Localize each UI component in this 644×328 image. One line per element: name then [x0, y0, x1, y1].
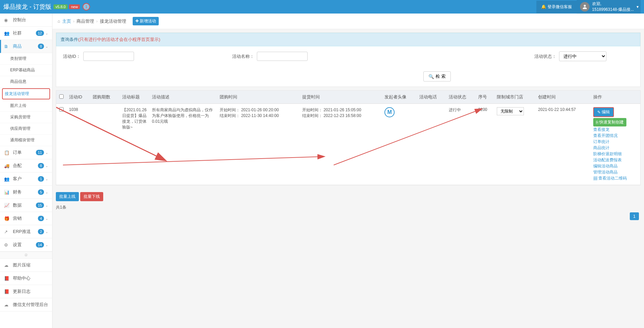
svg-point-0 [584, 5, 586, 7]
gear-icon: ⚙ [4, 242, 10, 248]
activity-name-input[interactable] [257, 52, 308, 61]
sidebar-item-community[interactable]: 👥社群12⌄ [0, 27, 52, 40]
sidebar-item-dashboard[interactable]: ◉控制台 [0, 14, 52, 27]
gift-icon: 🎁 [4, 216, 10, 221]
sidebar-item-finance[interactable]: 📊财务5⌄ [0, 186, 52, 199]
page-1[interactable]: 1 [630, 212, 639, 220]
qrcode-icon: ▦ [593, 176, 597, 181]
quick-copy-button[interactable]: ⎘快速复制创建 [593, 118, 626, 126]
row-checkbox[interactable] [59, 107, 64, 112]
sidebar-item-wxpay[interactable]: ☁微信支付管理后台 [0, 298, 52, 311]
activity-id-label: 活动ID： [63, 53, 81, 60]
sidebar: ◉控制台 👥社群12⌄ 🗎商品8⌄ 类别管理 ERP基础商品 商品信息 接龙活动… [0, 14, 52, 328]
action-link[interactable]: ▦ 查看活动二维码 [593, 175, 638, 181]
select-all-checkbox[interactable] [59, 94, 64, 99]
search-icon: 🔍 [428, 74, 434, 79]
version-badge: v5.8.0 [53, 4, 68, 9]
query-alert: 查询条件(只有进行中的活动才会在小程序首页显示) [56, 33, 640, 46]
app-title: 爆品接龙 - 订货版 [3, 3, 51, 11]
batch-online-button[interactable]: 批量上线 [56, 192, 79, 201]
sidebar-collapse[interactable]: ⦿ [0, 252, 52, 259]
activity-status-select[interactable]: 进行中 [559, 51, 606, 61]
cloud-icon: ☁ [4, 302, 10, 307]
book-icon: 📕 [4, 289, 10, 294]
dashboard-icon: ◉ [4, 18, 10, 23]
action-link[interactable]: 阶梯价退款明细 [593, 151, 638, 157]
sub-supplier[interactable]: 供应商管理 [0, 123, 52, 135]
wx-login-button[interactable]: 🔔 登录微信客服 [536, 1, 577, 13]
edit-button[interactable]: ✎ 编辑 [593, 107, 614, 117]
chevron-down-icon: ⌄ [45, 45, 48, 48]
truck-icon: 🚚 [4, 163, 10, 168]
action-link[interactable]: 商品统计 [593, 145, 638, 151]
top-header: 爆品接龙 - 订货版 v5.8.0 new 1 🔔 登录微信客服 欢迎, 151… [0, 0, 644, 14]
sidebar-item-changelog[interactable]: 📕更新日志 [0, 285, 52, 298]
chevron-down-icon: ⌄ [45, 190, 48, 194]
chevron-down-icon: ⌄ [45, 31, 48, 35]
copy-icon: ⎘ [596, 120, 598, 125]
batch-offline-button[interactable]: 批量下线 [80, 192, 103, 201]
sidebar-item-distribution[interactable]: 🚚合配8⌄ [0, 159, 52, 172]
action-link[interactable]: 查看开团情况 [593, 133, 638, 139]
sidebar-item-customer[interactable]: 👥客户1⌄ [0, 172, 52, 186]
sidebar-item-marketing[interactable]: 🎁营销4⌄ [0, 212, 52, 225]
breadcrumb-l1: 商品管理 [76, 18, 94, 24]
file-icon: 🗎 [4, 44, 10, 49]
bell-icon: 🔔 [541, 4, 546, 9]
chevron-down-icon: ⌄ [45, 204, 48, 207]
chevron-down-icon: ⌄ [45, 151, 48, 155]
chevron-down-icon: ▾ [637, 4, 639, 9]
sidebar-item-image-compress[interactable]: ☁图片压缩 [0, 259, 52, 272]
search-form: 活动ID： 活动名称： 活动状态： 进行中 🔍 检 索 [56, 46, 640, 87]
sidebar-item-data[interactable]: 📈数据15⌄ [0, 199, 52, 212]
users-icon: 👥 [4, 31, 10, 36]
chevron-down-icon: ⌄ [45, 164, 48, 168]
chevron-down-icon: ⌄ [45, 217, 48, 220]
pencil-icon: ✎ [597, 110, 601, 115]
chevron-down-icon: ⌄ [45, 230, 48, 234]
chart-icon: 📊 [4, 190, 10, 195]
list-icon: 📋 [4, 150, 10, 155]
batch-actions: 批量上线 批量下线 [52, 189, 644, 205]
activity-table: 活动ID 团购期数 活动标题 活动描述 团购时间 提货时间 发起者头像 活动电话… [56, 91, 640, 185]
new-badge: new [69, 4, 80, 9]
action-link[interactable]: 订单统计 [593, 139, 638, 145]
sidebar-item-goods[interactable]: 🗎商品8⌄ [0, 40, 52, 53]
action-link[interactable]: 查看接龙 [593, 126, 638, 133]
sub-activity-manage[interactable]: 接龙活动管理 [2, 88, 50, 99]
chevron-down-icon: ⌄ [45, 243, 48, 247]
sub-common-module[interactable]: 通用模块管理 [0, 135, 52, 146]
sidebar-item-help[interactable]: 📕帮助中心 [0, 272, 52, 285]
sub-image-upload[interactable]: 图片上传 [0, 100, 52, 112]
sidebar-item-erp-push[interactable]: ↗ERP推送2⌄ [0, 225, 52, 238]
sub-purchaser[interactable]: 采购员管理 [0, 112, 52, 123]
sub-goods-info[interactable]: 商品信息 [0, 76, 52, 88]
stats-icon: 📈 [4, 203, 10, 208]
sidebar-item-settings[interactable]: ⚙设置14⌄ [0, 238, 52, 252]
add-activity-button[interactable]: ✚ 新增活动 [133, 17, 159, 25]
user-avatar-icon [580, 2, 590, 11]
sub-erp-goods[interactable]: ERP基础商品 [0, 65, 52, 76]
sub-category[interactable]: 类别管理 [0, 53, 52, 65]
cloud-icon: ☁ [4, 263, 10, 268]
table-row: 1038 【2021.01.26日提货】爆品接龙，订货体验版~ 所有商家商品均为… [56, 104, 640, 185]
action-link[interactable]: 编辑活动商品 [593, 163, 638, 169]
share-icon: ↗ [4, 229, 10, 234]
action-link[interactable]: 管理活动商品 [593, 169, 638, 175]
chevron-down-icon: ⌄ [45, 177, 48, 181]
limit-city-select[interactable]: 无限制 [497, 107, 524, 115]
book-icon: 📕 [4, 276, 10, 281]
action-link[interactable]: 活动配送费报表 [593, 157, 638, 163]
user-menu[interactable]: 欢迎, 15189963148-爆品接... ▾ [577, 0, 641, 14]
breadcrumb-home[interactable]: 主页 [62, 18, 71, 24]
home-icon: ⌂ [58, 19, 60, 24]
notification-circle[interactable]: 1 [83, 3, 90, 10]
breadcrumb-l2: 接龙活动管理 [100, 18, 126, 24]
activity-id-input[interactable] [83, 52, 134, 61]
user-group-icon: 👥 [4, 177, 10, 182]
search-button[interactable]: 🔍 检 索 [423, 71, 451, 81]
total-count: 共1条 [52, 205, 644, 214]
sidebar-item-order[interactable]: 📋订单11⌄ [0, 146, 52, 159]
activity-status-label: 活动状态： [534, 53, 556, 60]
main-content: ⌂ 主页 › 商品管理 › 接龙活动管理 ✚ 新增活动 查询条件(只有进行中的活… [52, 14, 644, 328]
